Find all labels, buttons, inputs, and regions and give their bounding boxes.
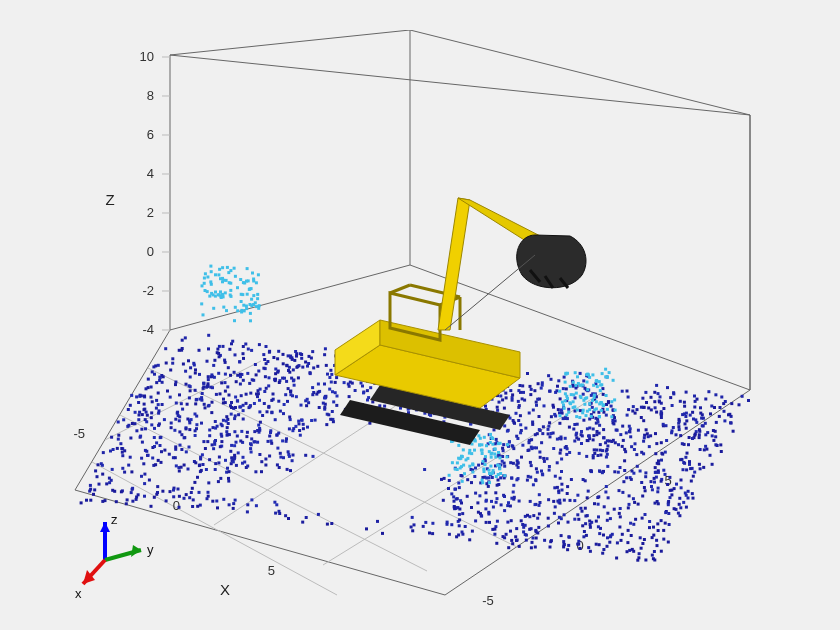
svg-rect-573 [598,532,601,535]
svg-rect-473 [605,456,608,459]
svg-rect-1892 [471,462,474,465]
svg-rect-298 [297,420,300,423]
svg-rect-1655 [510,497,513,500]
svg-rect-1417 [503,509,506,512]
svg-rect-1205 [458,508,461,511]
svg-rect-563 [698,433,701,436]
svg-rect-974 [228,470,231,473]
svg-rect-16 [354,389,357,392]
svg-rect-2074 [572,381,575,384]
svg-rect-1173 [741,395,744,398]
svg-rect-1232 [541,432,544,435]
svg-rect-1298 [612,422,615,425]
svg-rect-1235 [332,400,335,403]
svg-rect-2089 [599,389,602,392]
svg-rect-270 [264,464,267,467]
svg-rect-1669 [466,495,469,498]
svg-rect-1194 [163,418,166,421]
triad-z-label: z [111,512,118,527]
svg-rect-1373 [253,402,256,405]
axes-3d[interactable]: -4 -2 0 2 4 6 8 10 Z -5 [50,30,790,610]
svg-rect-594 [127,408,130,411]
svg-rect-1359 [253,440,256,443]
svg-rect-194 [519,423,522,426]
svg-rect-1642 [330,373,333,376]
svg-rect-582 [648,445,651,448]
svg-rect-2047 [595,400,598,403]
svg-rect-259 [512,462,515,465]
svg-rect-1883 [484,463,487,466]
svg-rect-1762 [558,516,561,519]
svg-rect-887 [150,396,153,399]
svg-rect-139 [629,427,632,430]
svg-rect-918 [233,444,236,447]
svg-rect-705 [262,353,265,356]
svg-rect-1020 [667,512,670,515]
svg-rect-1651 [511,393,514,396]
svg-rect-1479 [214,420,217,423]
svg-rect-1889 [489,433,492,436]
svg-rect-1871 [480,443,483,446]
svg-rect-1906 [495,475,498,478]
svg-rect-1957 [240,300,243,303]
svg-rect-77 [140,475,143,478]
svg-rect-888 [173,429,176,432]
svg-rect-159 [161,403,164,406]
svg-rect-1993 [258,304,261,307]
svg-rect-215 [413,523,416,526]
svg-rect-1749 [233,457,236,460]
svg-rect-63 [138,411,141,414]
svg-rect-2079 [588,402,591,405]
svg-rect-628 [334,381,337,384]
svg-rect-1727 [652,526,655,529]
svg-rect-1395 [550,432,553,435]
svg-rect-1838 [535,530,538,533]
ytick--5: -5 [482,593,494,608]
svg-rect-1257 [506,504,509,507]
svg-rect-225 [660,459,663,462]
svg-rect-857 [229,374,232,377]
svg-rect-1716 [499,395,502,398]
svg-rect-214 [688,463,691,466]
svg-rect-681 [282,456,285,459]
svg-rect-1445 [728,413,731,416]
svg-rect-1148 [195,398,198,401]
svg-rect-376 [548,469,551,472]
svg-rect-721 [141,441,144,444]
svg-rect-542 [657,459,660,462]
svg-rect-178 [526,372,529,375]
svg-rect-600 [317,383,320,386]
svg-rect-1064 [619,515,622,518]
svg-rect-2099 [572,400,575,403]
svg-rect-750 [709,412,712,415]
svg-rect-2106 [601,372,604,375]
svg-rect-929 [724,400,727,403]
svg-rect-1110 [641,517,644,520]
svg-rect-1245 [605,450,608,453]
svg-rect-1371 [150,416,153,419]
svg-rect-1502 [659,395,662,398]
svg-rect-1390 [166,390,169,393]
svg-rect-346 [705,448,708,451]
svg-rect-1034 [228,503,231,506]
svg-rect-1834 [547,525,550,528]
svg-rect-2041 [604,368,607,371]
svg-rect-1741 [621,533,624,536]
svg-rect-1511 [557,408,560,411]
svg-rect-2085 [575,384,578,387]
svg-rect-1748 [647,435,650,438]
svg-rect-1416 [693,406,696,409]
svg-rect-1725 [606,439,609,442]
svg-rect-1858 [482,460,485,463]
svg-rect-906 [628,503,631,506]
svg-rect-1221 [174,456,177,459]
svg-rect-349 [458,524,461,527]
svg-rect-191 [559,452,562,455]
svg-rect-928 [644,489,647,492]
svg-rect-1397 [637,429,640,432]
svg-rect-469 [601,387,604,390]
svg-rect-324 [246,465,249,468]
svg-rect-839 [304,454,307,457]
svg-rect-22 [211,401,214,404]
svg-rect-1531 [292,368,295,371]
